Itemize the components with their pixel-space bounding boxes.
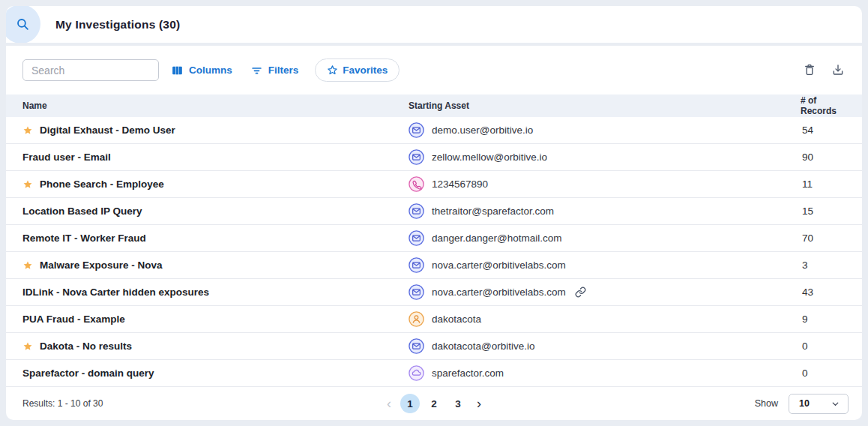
page-header: My Investigations (30) <box>6 6 862 43</box>
filter-icon <box>250 64 263 76</box>
asset-cell: dakotacota@orbitive.io <box>409 338 801 354</box>
table-row: Sparefactor - domain query sparefactor.c… <box>6 360 862 387</box>
asset-value: zellow.mellow@orbitive.io <box>432 152 547 163</box>
trash-icon <box>803 63 816 76</box>
investigations-page: My Investigations (30) Columns Filters F… <box>0 0 868 426</box>
email-icon <box>409 284 424 300</box>
records-value: 15 <box>801 206 849 217</box>
investigation-name-link[interactable]: Phone Search - Employee <box>40 178 164 190</box>
favorite-star-icon <box>22 179 33 190</box>
favorite-star-icon <box>22 260 33 271</box>
link-icon[interactable] <box>575 286 586 298</box>
favorite-star-icon <box>22 341 33 352</box>
table-header-row: Name Starting Asset # of Records <box>6 94 862 117</box>
show-label: Show <box>755 398 778 409</box>
investigation-name-link[interactable]: Fraud user - Email <box>22 152 111 163</box>
favorite-star-icon <box>22 125 33 136</box>
column-header-name[interactable]: Name <box>22 100 409 111</box>
asset-value: danger.danger@hotmail.com <box>432 232 562 244</box>
table-row: Malware Exposure - Nova nova.carter@orbi… <box>6 252 862 279</box>
table-footer: Results: 1 - 10 of 30 ‹ 1 2 3 › Show 10 <box>6 387 862 420</box>
asset-cell: nova.carter@orbitivelabs.com <box>409 284 801 300</box>
records-value: 0 <box>801 340 849 352</box>
asset-cell: dakotacota <box>409 311 801 327</box>
asset-cell: nova.carter@orbitivelabs.com <box>409 257 801 273</box>
name-cell: Remote IT - Worker Fraud <box>22 232 409 244</box>
asset-value: dakotacota <box>432 314 481 325</box>
table-row: Phone Search - Employee 1234567890 11 <box>6 171 862 198</box>
column-header-records[interactable]: # of Records <box>801 95 849 116</box>
email-icon <box>409 149 424 165</box>
page-size-select[interactable]: 10 <box>789 394 849 414</box>
pagination: ‹ 1 2 3 › <box>382 394 486 413</box>
global-search-button[interactable] <box>6 6 40 43</box>
asset-cell: zellow.mellow@orbitive.io <box>409 149 801 165</box>
table-row: Dakota - No results dakotacota@orbitive.… <box>6 333 862 360</box>
name-cell: Phone Search - Employee <box>22 178 409 190</box>
records-value: 43 <box>801 286 849 298</box>
name-cell: Dakota - No results <box>22 340 409 352</box>
domain-icon <box>409 365 424 381</box>
filters-button-label: Filters <box>268 64 299 76</box>
asset-value: dakotacota@orbitive.io <box>432 340 535 352</box>
email-icon <box>409 203 424 219</box>
records-value: 90 <box>801 152 849 163</box>
asset-value: nova.carter@orbitivelabs.com <box>432 260 566 271</box>
email-icon <box>409 257 424 273</box>
download-button[interactable] <box>831 63 846 78</box>
records-value: 11 <box>801 178 849 190</box>
name-cell: IDLink - Nova Carter hidden exposures <box>22 286 409 298</box>
table-row: PUA Fraud - Example dakotacota 9 <box>6 306 862 333</box>
favorites-button-label: Favorites <box>343 64 388 76</box>
favorites-filter-button[interactable]: Favorites <box>315 58 400 82</box>
table-row: IDLink - Nova Carter hidden exposures no… <box>6 279 862 306</box>
investigation-name-link[interactable]: Location Based IP Query <box>22 206 142 217</box>
email-icon <box>409 230 424 246</box>
investigation-name-link[interactable]: Malware Exposure - Nova <box>40 260 163 271</box>
asset-value: sparefactor.com <box>432 368 504 379</box>
columns-button[interactable]: Columns <box>171 64 232 76</box>
page-title: My Investigations (30) <box>55 18 180 32</box>
name-cell: Sparefactor - domain query <box>22 368 409 379</box>
columns-button-label: Columns <box>189 64 232 76</box>
investigation-name-link[interactable]: IDLink - Nova Carter hidden exposures <box>22 286 209 298</box>
records-value: 54 <box>801 124 849 136</box>
asset-value: 1234567890 <box>432 178 488 190</box>
asset-value: demo.user@orbitive.io <box>432 124 533 136</box>
table-row: Fraud user - Email zellow.mellow@orbitiv… <box>6 144 862 171</box>
next-page-button[interactable]: › <box>472 397 486 410</box>
page-button-1[interactable]: 1 <box>400 394 420 413</box>
table-row: Location Based IP Query thetraitor@spare… <box>6 198 862 225</box>
page-button-2[interactable]: 2 <box>424 394 444 413</box>
table-row: Remote IT - Worker Fraud danger.danger@h… <box>6 225 862 252</box>
columns-icon <box>171 64 184 76</box>
star-outline-icon <box>327 64 338 76</box>
search-input[interactable] <box>22 59 159 81</box>
name-cell: PUA Fraud - Example <box>22 314 409 325</box>
investigation-name-link[interactable]: PUA Fraud - Example <box>22 314 125 325</box>
records-value: 3 <box>801 260 849 271</box>
investigation-name-link[interactable]: Remote IT - Worker Fraud <box>22 232 146 244</box>
asset-cell: sparefactor.com <box>409 365 801 381</box>
filters-button[interactable]: Filters <box>250 64 299 76</box>
investigation-name-link[interactable]: Sparefactor - domain query <box>22 368 154 379</box>
download-icon <box>831 63 845 76</box>
email-icon <box>409 122 424 138</box>
asset-cell: demo.user@orbitive.io <box>409 122 801 138</box>
email-icon <box>409 338 424 354</box>
page-button-3[interactable]: 3 <box>448 394 468 413</box>
records-value: 70 <box>801 232 849 244</box>
asset-value: thetraitor@sparefactor.com <box>432 206 554 217</box>
column-header-starting-asset[interactable]: Starting Asset <box>409 100 801 111</box>
phone-icon <box>409 176 424 192</box>
user-icon <box>409 311 424 327</box>
investigations-panel: Columns Filters Favorites Name <box>6 46 862 420</box>
asset-cell: danger.danger@hotmail.com <box>409 230 801 246</box>
name-cell: Digital Exhaust - Demo User <box>22 124 409 136</box>
investigation-name-link[interactable]: Dakota - No results <box>40 340 132 352</box>
records-value: 9 <box>801 314 849 325</box>
prev-page-button[interactable]: ‹ <box>382 397 396 410</box>
chevron-down-icon <box>831 399 840 409</box>
investigation-name-link[interactable]: Digital Exhaust - Demo User <box>40 124 175 136</box>
delete-button[interactable] <box>802 63 817 78</box>
